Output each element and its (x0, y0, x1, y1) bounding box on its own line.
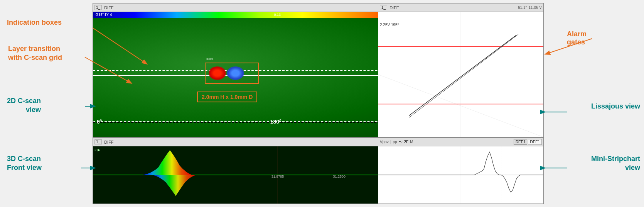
scale-mid: 0.13 (274, 13, 281, 17)
lissajous-label: Lissajous view (591, 102, 640, 110)
crosshair-vertical (282, 18, 282, 137)
ministrip-wave-icon: 〜 (399, 139, 403, 145)
t1f1d14-label: T1F1D14 (96, 13, 112, 17)
indication-box: INDI... (205, 63, 259, 84)
alarm-gates-label: Alarm gates (567, 30, 592, 46)
defect-red (209, 66, 226, 80)
indication-boxes-label: Indication boxes (7, 19, 62, 27)
lissajous-panel: 1_ DIFF 61.1° 11.06 V T1F1D14 2.25V 195° (378, 3, 544, 137)
ministrip-m: M (410, 140, 413, 144)
lissajous-content[interactable]: 2.25V 195° (378, 12, 543, 137)
measurement-label: 2.0mm H x 1.0mm D (197, 92, 257, 102)
lissajous-svg (378, 12, 543, 137)
svg-text:31.2500: 31.2500 (333, 175, 345, 178)
ministrip-2f-icon: 2F (404, 140, 409, 144)
ministrip-sep1: | (390, 140, 391, 144)
header-diff-label: DIFF (104, 5, 113, 10)
defect-blue (227, 66, 244, 80)
ministrip-btns: DEF1 DEF1 (514, 139, 542, 145)
3d-cscan-label: 3D C-scan Front view (7, 154, 42, 173)
lissajous-header: 1_ DIFF 61.1° 11.06 V (378, 3, 543, 12)
lissajous-angle: 61.1° (518, 5, 527, 10)
ministrip-header: Vppv | pp 〜 2F M DEF1 DEF1 (378, 138, 543, 146)
2d-cscan-label: 2D C-scan view (7, 97, 41, 115)
lissajous-diff-label: DIFF (389, 5, 399, 10)
ministrip-panel: Vppv | pp 〜 2F M DEF1 DEF1 (378, 137, 544, 204)
layer-transition-label: Layer transition with C-scan grid (8, 44, 62, 63)
3d-diff-label: DIFF (104, 140, 113, 144)
header-channel-icon: 1_ (94, 5, 102, 10)
ministrip-def1a-btn[interactable]: DEF1 (514, 139, 528, 145)
ministrip-def1b-btn[interactable]: DEF1 (528, 139, 542, 145)
svg-text:31.8785: 31.8785 (271, 175, 284, 178)
angle-180-label: 180° (270, 119, 282, 125)
svg-line-9 (409, 35, 517, 116)
ministrip-pp: pp (393, 140, 397, 144)
3d-channel-icon: 1_ (94, 139, 102, 144)
ministrip-vppv: Vppv (380, 140, 389, 144)
lissajous-right: 61.1° 11.06 V (518, 5, 542, 10)
indication-box-label: INDI... (206, 57, 216, 61)
lissajous-volt: 11.06 V (529, 5, 542, 10)
ministrip-content[interactable] (378, 146, 543, 204)
ministrip-svg (378, 146, 543, 204)
angle-0-label: 0° (97, 119, 102, 125)
lissajous-info: 2.25V 195° (380, 23, 399, 27)
lissajous-ch-icon: 1_ (380, 5, 387, 10)
ministrip-label: Mini-Stripchart view (591, 154, 640, 173)
